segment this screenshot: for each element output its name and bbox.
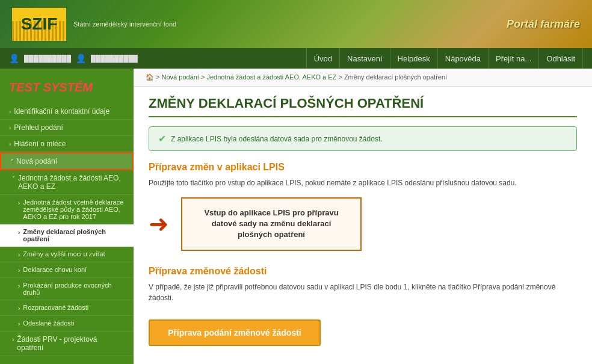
success-alert: ✔ Z aplikace LPIS byla odeslána datová s…	[149, 126, 577, 151]
nav-uvod[interactable]: Úvod	[306, 48, 340, 69]
nav-odhlasit[interactable]: Odhlásit	[539, 48, 583, 69]
site-header: SZIF Státní zemědělský intervenční fond …	[0, 0, 592, 48]
arrow-icon: ›	[18, 305, 20, 312]
sidebar-item-prehled[interactable]: › Přehled podání	[0, 120, 134, 136]
nav-nastaveni[interactable]: Nastavení	[340, 48, 390, 69]
sidebar-item-deklarace-koni[interactable]: › Deklarace chovu koní	[0, 262, 134, 278]
content-area: 🏠 > Nová podání > Jednotná žádost a žádo…	[134, 69, 592, 364]
lpis-button-area: ➜ Vstup do aplikace LPIS pro přípravu da…	[149, 197, 577, 251]
breadcrumb-jednotna[interactable]: Jednotná žádost a žádosti AEO, AEKO a EZ	[206, 73, 336, 81]
breadcrumb-current: Změny deklarací plošných opatření	[344, 73, 447, 81]
nav-helpdesk[interactable]: Helpdesk	[390, 48, 438, 69]
section1-title: Příprava změn v aplikaci LPIS	[149, 162, 577, 173]
sidebar-item-jednotna-vcetne[interactable]: › Jednotná žádost včetně deklarace zeměd…	[0, 195, 134, 224]
logo-szif: SZIF	[21, 14, 58, 34]
person2-icon: 👤	[76, 54, 86, 63]
sidebar-item-hlaseni[interactable]: › Hlášení o mléce	[0, 136, 134, 152]
page-title: ZMĚNY DEKLARACÍ PLOŠNÝCH OPATŘENÍ	[149, 96, 577, 117]
main-content: ZMĚNY DEKLARACÍ PLOŠNÝCH OPATŘENÍ ✔ Z ap…	[134, 87, 592, 364]
lpis-enter-button[interactable]: Vstup do aplikace LPIS pro přípravu dato…	[181, 197, 362, 251]
sidebar-item-odeslane[interactable]: › Odeslané žádosti	[0, 316, 134, 332]
logo-subtitle: Státní zemědělský intervenční fond	[73, 20, 176, 28]
arrow-icon: ›	[9, 125, 11, 131]
arrow-icon: ›	[18, 267, 20, 274]
section2-title: Příprava změnové žádosti	[149, 266, 577, 277]
arrow-icon: ›	[18, 229, 20, 236]
breadcrumb-nova-podani[interactable]: Nová podání	[162, 73, 199, 81]
prepare-section: Příprava změnové žádosti V případě, že j…	[149, 266, 577, 346]
arrow-icon: ›	[18, 200, 20, 206]
test-system-label: TEST SYSTÉM	[0, 75, 134, 103]
nav-prejit[interactable]: Přejít na...	[489, 48, 539, 69]
sidebar-item-zmeny-deklaraci[interactable]: › Změny deklarací plošných opatření	[0, 224, 134, 247]
sidebar-item-zadosti-prv[interactable]: › Žádosti PRV - projektová opatření	[0, 332, 134, 356]
lpis-section: Příprava změn v aplikaci LPIS Použijte t…	[149, 162, 577, 251]
arrow-icon: ›	[9, 108, 11, 115]
arrow-right: ➜	[149, 210, 169, 238]
alert-text: Z aplikace LPIS byla odeslána datová sad…	[171, 135, 383, 143]
username1: ██████████	[24, 55, 71, 62]
main-layout: TEST SYSTÉM › Identifikační a kontaktní …	[0, 69, 592, 364]
nav-links: Úvod Nastavení Helpdesk Nápověda Přejít …	[306, 48, 583, 69]
username2: ██████████	[91, 55, 138, 62]
sidebar-item-prokazani[interactable]: › Prokázání produkce ovocných druhů	[0, 278, 134, 300]
prepare-button[interactable]: Příprava podání změnové žádosti	[149, 319, 321, 346]
logo-section: SZIF Státní zemědělský intervenční fond	[12, 8, 176, 41]
sidebar: TEST SYSTÉM › Identifikační a kontaktní …	[0, 69, 134, 364]
arrow-icon: ›	[18, 321, 20, 327]
arrow-icon: ›	[18, 251, 20, 258]
breadcrumb: 🏠 > Nová podání > Jednotná žádost a žádo…	[134, 69, 592, 87]
sidebar-item-identifikacni[interactable]: › Identifikační a kontaktní údaje	[0, 103, 134, 120]
sidebar-item-zmeny-zvira[interactable]: › Změny a vyšší moci u zvířat	[0, 247, 134, 262]
logo-box: SZIF	[12, 8, 66, 41]
arrow-icon: ˅	[10, 158, 13, 165]
arrow-icon: ›	[12, 336, 14, 343]
sidebar-item-nova-podani[interactable]: ˅ Nová podání	[0, 152, 134, 170]
section2-desc: V případě, že jste již připravili potřeb…	[149, 282, 577, 303]
navbar: 👤 ██████████ 👤 ██████████ Úvod Nastavení…	[0, 48, 592, 69]
person-icon: 👤	[9, 54, 19, 63]
right-arrow-icon: ➜	[149, 210, 169, 238]
arrow-icon: ˅	[12, 175, 15, 182]
arrow-icon: ›	[9, 141, 11, 147]
nav-napoveda[interactable]: Nápověda	[438, 48, 489, 69]
sidebar-item-rozpracovane[interactable]: › Rozpracované žádosti	[0, 300, 134, 316]
home-icon: 🏠	[146, 73, 154, 81]
sidebar-item-jednotna-zadost-group[interactable]: ˅ Jednotná žádost a žádosti AEO, AEKO a …	[0, 170, 134, 195]
user-section: 👤 ██████████ 👤 ██████████	[9, 54, 306, 63]
check-icon: ✔	[158, 133, 166, 144]
arrow-icon: ›	[18, 283, 20, 289]
section1-desc: Použijte toto tlačítko pro vstup do apli…	[149, 177, 577, 188]
portal-label: Portál farmáře	[507, 18, 580, 31]
